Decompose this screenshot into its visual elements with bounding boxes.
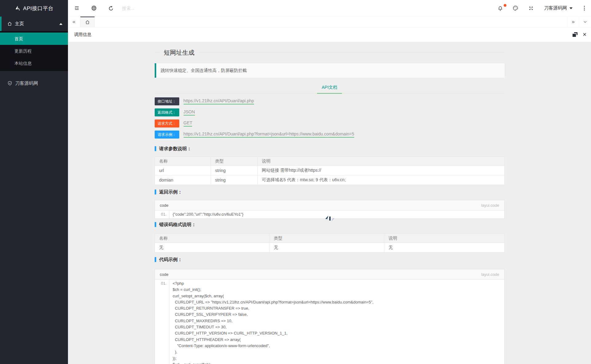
page-tabbar: « »	[68, 17, 591, 27]
table-row: domian string 可选择域名5 代表：mtw.so; 9 代表：u6v…	[155, 175, 504, 185]
code-block-header: code layui.code	[155, 269, 504, 280]
param-type-cell: string	[211, 166, 257, 175]
sidebar-submenu-label: 更新历程	[14, 49, 32, 53]
page-title-divider: 短网址生成	[155, 52, 505, 53]
line-number-gutter: 01.	[155, 280, 169, 364]
api-field-value-link[interactable]: GET	[184, 120, 192, 127]
tabs-scroll-right-button[interactable]: »	[567, 17, 579, 27]
code-line: {"code":200,"url":"http://u6v.cn/6uEYo1"…	[173, 211, 504, 218]
refresh-button[interactable]	[102, 0, 120, 17]
param-name-cell: url	[155, 166, 211, 175]
section-bar-icon	[155, 257, 156, 262]
palette-icon	[513, 5, 518, 11]
api-field-value-link[interactable]: https://v1.21lhz.cn/API/Duanl/api.php	[184, 98, 254, 104]
api-field-value-link[interactable]: https://v1.21lhz.cn/API/Duanl/api.php?fo…	[184, 131, 354, 138]
api-field-row: 请求示例： https://v1.21lhz.cn/API/Duanl/api.…	[155, 131, 505, 139]
code-lines: {"code":200,"url":"http://u6v.cn/6uEYo1"…	[169, 210, 504, 218]
layer-panel-header: 调用信息 ✕	[68, 27, 591, 42]
code-caption: code	[160, 269, 169, 279]
tabs-dropdown-button[interactable]	[579, 17, 591, 27]
notification-dot	[504, 4, 506, 7]
section-title-params: 请求参数说明：	[155, 146, 505, 152]
user-menu[interactable]: 刀客源码网	[539, 0, 577, 16]
column-header: 类型	[211, 157, 257, 166]
app-title: API接口平台	[23, 5, 54, 12]
sidebar-submenu: 首页 更新历程 本站信息	[0, 31, 68, 71]
errors-table: 名称 类型 说明 无 无 无	[155, 233, 505, 252]
username: 刀客源码网	[544, 5, 567, 11]
tabs-scroll-left-button[interactable]: «	[68, 17, 80, 27]
api-field-value-link[interactable]: JSON	[184, 109, 195, 115]
params-table: 名称 类型 说明 url string 网站链接 需带http://或者http…	[155, 156, 505, 185]
chevron-down-icon	[569, 7, 573, 9]
panel-title: 调用信息	[74, 32, 91, 37]
param-desc-cell: 网站链接 需带http://或者https://	[257, 166, 504, 175]
maximize-restore-icon[interactable]	[573, 32, 577, 37]
chevron-up-icon	[59, 23, 62, 25]
doc-tabs: API文档	[155, 81, 505, 93]
table-row: url string 网站链接 需带http://或者https://	[155, 166, 504, 175]
header-right-section: 刀客源码网	[493, 0, 591, 16]
doc-column: 短网址生成 跳转快速稳定、全国连通性高，防屏蔽防拦截 API文档 接口地址： h…	[155, 42, 505, 364]
section-title-errors: 错误码格式说明：	[155, 221, 505, 228]
code-line: $ch = curl_init();	[173, 287, 504, 293]
iframe-content: 短网址生成 跳转快速稳定、全国连通性高，防屏蔽防拦截 API文档 接口地址： h…	[68, 42, 591, 364]
api-field-label-badge: 接口地址：	[155, 97, 179, 105]
error-name-cell: 无	[155, 243, 269, 252]
code-line: <?php	[173, 280, 504, 287]
code-line: CURLOPT_RETURNTRANSFER => true,	[173, 305, 504, 311]
code-line: curl_setopt_array($ch, array(	[173, 293, 504, 299]
code-brand: layui.code	[481, 200, 499, 210]
column-header: 名称	[155, 157, 211, 166]
column-header: 说明	[257, 157, 504, 166]
api-field-label-badge: 请求方式：	[155, 119, 179, 127]
page-title: 短网址生成	[161, 48, 198, 57]
fullscreen-icon	[529, 6, 533, 11]
search-input[interactable]	[122, 6, 202, 11]
more-menu-button[interactable]	[577, 0, 591, 17]
sail-logo-icon	[14, 5, 21, 11]
theme-button[interactable]	[508, 0, 523, 17]
shield-check-icon	[7, 81, 12, 86]
code-line: CURLOPT_SSL_VERIFYPEER => false,	[173, 311, 504, 318]
sidebar-item-home-group[interactable]: 主页	[0, 17, 68, 31]
section-bar-icon	[155, 146, 156, 151]
table-row: 无 无 无	[155, 243, 504, 252]
error-type-cell: 无	[269, 243, 384, 252]
section-bar-icon	[155, 222, 156, 227]
api-field-label-badge: 返回格式：	[155, 108, 179, 116]
code-line: CURLOPT_TIMEOUT => 30,	[173, 324, 504, 330]
code-caption: code	[160, 200, 169, 210]
tabbar-right-controls: »	[567, 17, 591, 27]
tab-api-doc[interactable]: API文档	[317, 81, 342, 93]
sidebar-submenu-item[interactable]: 本站信息	[0, 57, 68, 69]
close-icon[interactable]: ✕	[583, 32, 587, 37]
bell-icon	[498, 6, 503, 11]
table-header-row: 名称 类型 说明	[155, 234, 504, 243]
sidebar-item-source-site[interactable]: 刀客源码网	[0, 76, 68, 90]
code-line: CURLOPT_HTTPHEADER => array(	[173, 337, 504, 343]
sidebar-submenu-item[interactable]: 更新历程	[0, 45, 68, 57]
description-quote: 跳转快速稳定、全国连通性高，防屏蔽防拦截	[155, 63, 505, 78]
tab-home[interactable]	[80, 17, 95, 27]
api-field-row: 接口地址： https://v1.21lhz.cn/API/Duanl/api.…	[155, 97, 505, 105]
notifications-button[interactable]	[493, 0, 508, 17]
menu-fold-icon	[74, 5, 80, 11]
fullscreen-button[interactable]	[523, 0, 539, 17]
sidebar-bottom-label: 刀客源码网	[15, 80, 38, 86]
table-header-row: 名称 类型 说明	[155, 157, 504, 166]
param-type-cell: string	[211, 175, 257, 185]
loading-cursor-icon	[325, 215, 335, 222]
globe-button[interactable]	[85, 0, 102, 17]
code-line: CURLOPT_URL => "https://v1.21lhz.cn/API/…	[173, 299, 504, 305]
section-title-response: 返回示例：	[155, 189, 505, 195]
code-line: "Content-Type: application/x-www-form-ur…	[173, 343, 504, 349]
code-line: ));	[173, 355, 504, 362]
code-line: CURLOPT_HTTP_VERSION => CURL_HTTP_VERSIO…	[173, 330, 504, 336]
code-line: $url = curl_exec($ch);	[173, 362, 504, 364]
sidebar-submenu-label: 本站信息	[14, 61, 32, 66]
sidebar-submenu-item[interactable]: 首页	[0, 33, 68, 45]
api-fields: 接口地址： https://v1.21lhz.cn/API/Duanl/api.…	[155, 97, 505, 139]
code-lines: <?php$ch = curl_init();curl_setopt_array…	[169, 280, 504, 364]
menu-fold-button[interactable]	[68, 0, 85, 17]
